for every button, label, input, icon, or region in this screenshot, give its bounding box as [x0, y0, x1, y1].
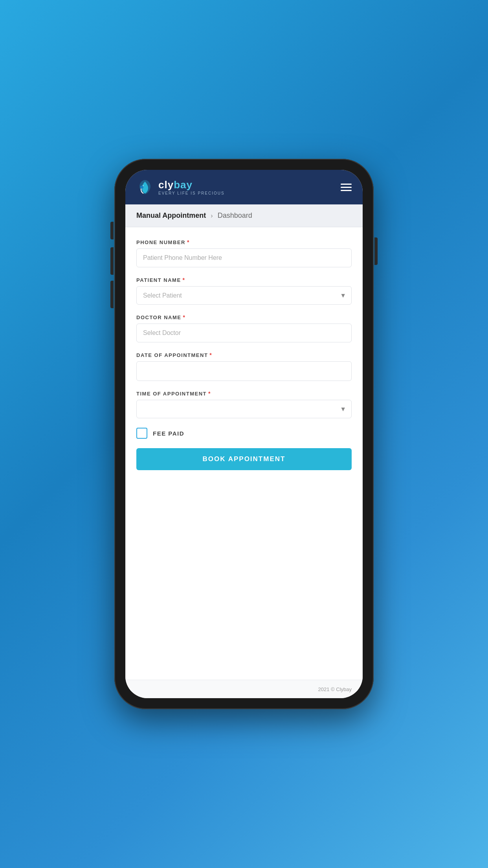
time-required-star: *: [208, 390, 211, 397]
clybay-logo-icon: [136, 178, 154, 196]
doctor-name-input[interactable]: [136, 324, 352, 342]
doctor-name-group: DOCTOR NAME *: [136, 314, 352, 342]
screen-footer: 2021 © Clybay: [125, 680, 363, 698]
phone-number-label: PHONE NUMBER *: [136, 239, 352, 245]
phone-number-input[interactable]: [136, 248, 352, 267]
logo-text: clybay EVERY LIFE IS PRECIOUS: [158, 179, 225, 195]
patient-required-star: *: [183, 277, 185, 283]
logo-tagline: EVERY LIFE IS PRECIOUS: [158, 191, 225, 195]
date-appointment-group: DATE OF APPOINTMENT *: [136, 352, 352, 381]
breadcrumb-current-page: Manual Appointment: [136, 211, 206, 220]
breadcrumb-arrow-icon: ›: [211, 212, 213, 219]
time-appointment-select[interactable]: [136, 400, 352, 418]
hamburger-line-3: [341, 190, 352, 191]
app-header: clybay EVERY LIFE IS PRECIOUS: [125, 170, 363, 204]
logo-brand: clybay: [158, 179, 225, 191]
logo-bay: bay: [174, 179, 193, 191]
breadcrumb-dashboard-link[interactable]: Dashboard: [218, 211, 252, 220]
fee-paid-label: FEE PAID: [153, 430, 184, 437]
date-appointment-label: DATE OF APPOINTMENT *: [136, 352, 352, 358]
volume-down-button: [110, 281, 114, 308]
fee-paid-row: FEE PAID: [136, 428, 352, 439]
hamburger-line-1: [341, 184, 352, 185]
silent-button: [110, 222, 114, 239]
date-required-star: *: [209, 352, 212, 358]
patient-name-select[interactable]: Select Patient: [136, 286, 352, 305]
form-area: PHONE NUMBER * PATIENT NAME * Select Pat…: [125, 227, 363, 680]
doctor-name-label: DOCTOR NAME *: [136, 314, 352, 320]
time-select-wrapper: ▼: [136, 400, 352, 418]
hamburger-line-2: [341, 187, 352, 188]
time-appointment-group: TIME OF APPOINTMENT * ▼: [136, 390, 352, 418]
phone-screen: clybay EVERY LIFE IS PRECIOUS Manual App…: [125, 170, 363, 698]
logo-cly: cly: [158, 179, 174, 191]
patient-name-group: PATIENT NAME * Select Patient ▼: [136, 277, 352, 305]
date-appointment-input[interactable]: [136, 361, 352, 381]
footer-copyright: 2021 © Clybay: [318, 686, 352, 692]
svg-point-0: [140, 186, 143, 189]
power-button: [374, 237, 378, 265]
phone-frame: clybay EVERY LIFE IS PRECIOUS Manual App…: [114, 159, 374, 709]
logo-area: clybay EVERY LIFE IS PRECIOUS: [136, 178, 225, 196]
hamburger-menu-button[interactable]: [341, 184, 352, 191]
doctor-required-star: *: [183, 314, 185, 320]
time-appointment-label: TIME OF APPOINTMENT *: [136, 390, 352, 397]
fee-paid-checkbox[interactable]: [136, 428, 147, 439]
phone-required-star: *: [187, 239, 190, 245]
patient-select-wrapper: Select Patient ▼: [136, 286, 352, 305]
volume-up-button: [110, 247, 114, 275]
book-appointment-button[interactable]: BOOK APPOINTMENT: [136, 448, 352, 470]
phone-number-group: PHONE NUMBER *: [136, 239, 352, 267]
patient-name-label: PATIENT NAME *: [136, 277, 352, 283]
breadcrumb: Manual Appointment › Dashboard: [125, 204, 363, 227]
